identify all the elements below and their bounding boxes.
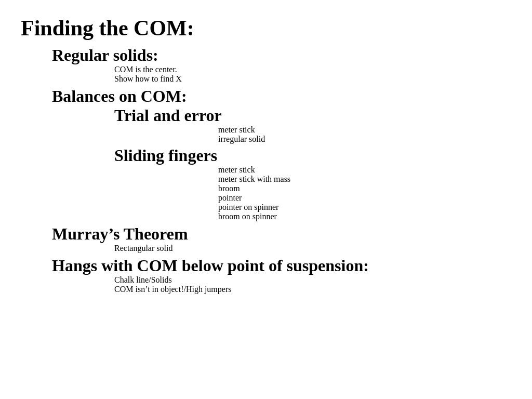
sliding-fingers-item-6: broom on spinner: [218, 212, 511, 221]
trial-and-error-item-1: meter stick: [218, 125, 511, 135]
murrays-theorem-heading: Murray’s Theorem: [52, 224, 511, 244]
sliding-fingers-item-4: pointer: [218, 193, 511, 203]
sliding-fingers-item-2: meter stick with mass: [218, 175, 511, 184]
page-title: Finding the COM:: [21, 16, 511, 41]
trial-and-error-heading: Trial and error: [114, 106, 511, 125]
regular-solids-item-2: Show how to find X: [114, 74, 511, 84]
sliding-fingers-heading: Sliding fingers: [114, 146, 511, 165]
sliding-fingers-item-3: broom: [218, 184, 511, 193]
hangs-with-com-heading: Hangs with COM below point of suspension…: [52, 256, 511, 275]
trial-and-error-item-2: irregular solid: [218, 135, 511, 144]
regular-solids-heading: Regular solids:: [52, 46, 511, 65]
sliding-fingers-item-1: meter stick: [218, 165, 511, 175]
murrays-theorem-item-1: Rectangular solid: [114, 244, 511, 253]
hangs-with-com-item-1: Chalk line/Solids: [114, 275, 511, 285]
sliding-fingers-item-5: pointer on spinner: [218, 203, 511, 212]
balances-on-com-heading: Balances on COM:: [52, 87, 511, 106]
hangs-with-com-item-2: COM isn’t in object!/High jumpers: [114, 285, 511, 294]
regular-solids-item-1: COM is the center.: [114, 65, 511, 74]
